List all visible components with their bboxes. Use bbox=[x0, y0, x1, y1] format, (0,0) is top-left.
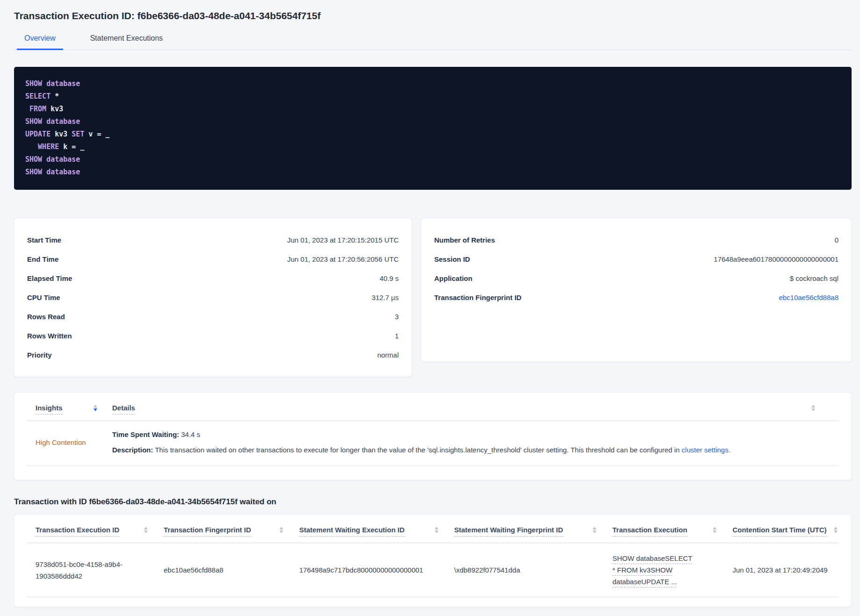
column-header-contention-start-time[interactable]: Contention Start Time (UTC) bbox=[732, 526, 826, 537]
detail-row: Rows Written 1 bbox=[27, 326, 399, 345]
column-header-insights[interactable]: Insights bbox=[36, 404, 63, 415]
detail-label: Rows Written bbox=[27, 332, 72, 340]
cluster-settings-link[interactable]: cluster settings bbox=[681, 446, 728, 454]
sql-statements-box: SHOW databaseSELECT * FROM kv3SHOW datab… bbox=[14, 67, 852, 190]
waited-on-row: 9738d051-bc0e-4158-a9b4-1903586ddd42 ebc… bbox=[27, 543, 838, 597]
sql-line: FROM kv3 bbox=[25, 103, 840, 115]
detail-row: CPU Time 312.7 µs bbox=[27, 288, 399, 307]
detail-value: 3 bbox=[395, 313, 399, 321]
detail-row: Rows Read 3 bbox=[27, 307, 399, 326]
column-header-statement-waiting-fingerprint-id[interactable]: Statement Waiting Fingerprint ID bbox=[454, 526, 563, 537]
cell-contention-start-time: Jun 01, 2023 at 17:20:49:2049 bbox=[724, 543, 838, 597]
detail-label: Transaction Fingerprint ID bbox=[434, 294, 522, 301]
sql-line: SHOW database bbox=[25, 166, 840, 179]
transaction-times-card: Start Time Jun 01, 2023 at 17:20:15:2015… bbox=[14, 218, 412, 377]
insight-row: High Contention Time Spent Waiting: 34.4… bbox=[27, 421, 838, 466]
detail-value: Jun 01, 2023 at 17:20:56:2056 UTC bbox=[287, 255, 399, 263]
column-header-transaction-fingerprint-id[interactable]: Transaction Fingerprint ID bbox=[164, 526, 251, 537]
sort-icon[interactable] bbox=[593, 527, 596, 533]
detail-value: 0 bbox=[835, 236, 838, 244]
detail-value: $ cockroach sql bbox=[790, 274, 838, 282]
transaction-details-page: Transaction Execution ID: f6be6366-da03-… bbox=[0, 10, 860, 616]
detail-value: 1 bbox=[395, 332, 399, 340]
detail-label: Session ID bbox=[434, 255, 470, 263]
detail-row: Priority normal bbox=[27, 345, 399, 365]
detail-row: Application $ cockroach sql bbox=[434, 269, 838, 288]
sql-line: WHERE k = _ bbox=[25, 141, 840, 153]
detail-label: Priority bbox=[27, 351, 52, 359]
detail-label: Elapsed Time bbox=[27, 274, 72, 282]
detail-row: Elapsed Time 40.9 s bbox=[27, 269, 399, 288]
insight-details: Time Spent Waiting: 34.4 s Description: … bbox=[112, 430, 731, 455]
transaction-meta-card: Number of Retries 0 Session ID 17648a9ee… bbox=[421, 218, 852, 362]
insight-type-label: High Contention bbox=[36, 438, 112, 446]
sql-line: SELECT * bbox=[25, 90, 840, 103]
sort-icon[interactable] bbox=[713, 527, 717, 533]
tab-overview[interactable]: Overview bbox=[17, 34, 63, 50]
cell-transaction-execution-id: 9738d051-bc0e-4158-a9b4-1903586ddd42 bbox=[27, 543, 155, 597]
sort-icon[interactable] bbox=[280, 527, 283, 533]
detail-label: Number of Retries bbox=[434, 236, 495, 244]
tab-bar: Overview Statement Executions bbox=[14, 34, 852, 50]
sort-icon-insights[interactable] bbox=[93, 405, 97, 415]
detail-row: Session ID 17648a9eea6017800000000000000… bbox=[434, 250, 838, 269]
detail-value: Jun 01, 2023 at 17:20:15:2015 UTC bbox=[287, 236, 399, 244]
description-label: Description: bbox=[112, 446, 153, 454]
detail-value: normal bbox=[377, 351, 399, 359]
sql-line: UPDATE kv3 SET v = _ bbox=[25, 128, 840, 141]
sort-icon[interactable] bbox=[144, 527, 148, 533]
cell-transaction-fingerprint-id: ebc10ae56cfd88a8 bbox=[155, 543, 291, 597]
time-spent-waiting-value: 34.4 s bbox=[179, 430, 200, 438]
column-header-transaction-execution[interactable]: Transaction Execution bbox=[612, 526, 687, 537]
detail-row: End Time Jun 01, 2023 at 17:20:56:2056 U… bbox=[27, 250, 399, 269]
sort-icon[interactable] bbox=[811, 405, 815, 411]
sort-icon[interactable] bbox=[834, 527, 838, 533]
detail-value: 312.7 µs bbox=[372, 294, 399, 301]
sql-line: SHOW database bbox=[25, 153, 840, 166]
detail-label: Start Time bbox=[27, 236, 61, 244]
detail-value: 40.9 s bbox=[380, 274, 399, 282]
waited-on-table: Transaction Execution ID Transaction Fin… bbox=[27, 517, 838, 597]
insights-table-card: Insights Details High Contention Time Sp… bbox=[14, 393, 852, 480]
sql-line: SHOW database bbox=[25, 115, 840, 128]
summary-cards-row: Start Time Jun 01, 2023 at 17:20:15:2015… bbox=[14, 218, 852, 377]
column-header-statement-waiting-execution-id[interactable]: Statement Waiting Execution ID bbox=[299, 526, 404, 537]
cell-transaction-execution: SHOW databaseSELECT * FROM kv3SHOW datab… bbox=[604, 543, 724, 597]
waited-on-header-row: Transaction Execution ID Transaction Fin… bbox=[27, 517, 838, 543]
detail-label: Application bbox=[434, 274, 473, 282]
detail-value: 17648a9eea6017800000000000000001 bbox=[714, 255, 838, 263]
column-header-details[interactable]: Details bbox=[112, 404, 135, 415]
transaction-execution-link[interactable]: SHOW databaseSELECT * FROM kv3SHOW datab… bbox=[612, 554, 692, 586]
detail-row: Number of Retries 0 bbox=[434, 230, 838, 250]
waited-on-table-card: Transaction Execution ID Transaction Fin… bbox=[14, 515, 852, 607]
cell-statement-waiting-execution-id: 176498a9c717bdc80000000000000001 bbox=[291, 543, 446, 597]
detail-row: Transaction Fingerprint ID ebc10ae56cfd8… bbox=[434, 288, 838, 307]
time-spent-waiting-label: Time Spent Waiting: bbox=[112, 430, 179, 438]
waited-on-heading: Transaction with ID f6be6366-da03-48de-a… bbox=[14, 497, 852, 507]
tab-statement-executions[interactable]: Statement Executions bbox=[83, 34, 171, 50]
detail-label: Rows Read bbox=[27, 313, 65, 321]
description-text: This transaction waited on other transac… bbox=[153, 446, 682, 454]
detail-row: Start Time Jun 01, 2023 at 17:20:15:2015… bbox=[27, 230, 399, 250]
detail-label: End Time bbox=[27, 255, 58, 263]
transaction-fingerprint-link[interactable]: ebc10ae56cfd88a8 bbox=[779, 294, 838, 301]
insights-table-header: Insights Details bbox=[27, 393, 838, 421]
cell-statement-waiting-fingerprint-id: \xdb8922f077541dda bbox=[446, 543, 604, 597]
page-title: Transaction Execution ID: f6be6366-da03-… bbox=[14, 10, 852, 21]
detail-label: CPU Time bbox=[27, 294, 60, 301]
column-header-transaction-execution-id[interactable]: Transaction Execution ID bbox=[36, 526, 119, 537]
sort-icon[interactable] bbox=[435, 527, 438, 533]
sql-line: SHOW database bbox=[25, 78, 840, 90]
